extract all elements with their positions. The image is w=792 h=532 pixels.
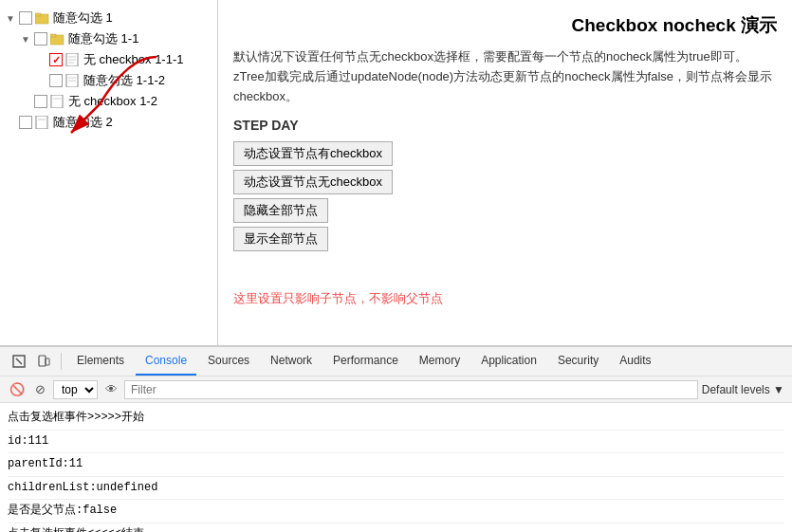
inspect-icon[interactable] — [8, 350, 30, 373]
tab-network[interactable]: Network — [261, 347, 322, 376]
btn-hide-nodes[interactable]: 隐藏全部节点 — [233, 198, 328, 223]
tab-elements[interactable]: Elements — [67, 347, 134, 376]
tab-application[interactable]: Application — [471, 347, 546, 376]
tab-sources[interactable]: Sources — [198, 347, 259, 376]
tree-checkbox-2[interactable] — [19, 116, 32, 129]
console-line-2: parentId:11 — [8, 453, 784, 477]
svg-rect-3 — [50, 34, 56, 37]
step-day-label: STEP DAY — [233, 115, 777, 136]
tree-label-1-2: 无 checkbox 1-2 — [68, 93, 157, 110]
default-levels-dropdown[interactable]: Default levels ▼ — [702, 383, 784, 396]
file-icon-1-1-1 — [65, 53, 81, 66]
tree-label-1-1: 随意勾选 1-1 — [68, 30, 138, 47]
svg-rect-13 — [36, 116, 47, 129]
console-toolbar: 🚫 ⊘ top 👁 Default levels ▼ — [0, 376, 792, 403]
console-area: 🚫 ⊘ top 👁 Default levels ▼ 点击复选框事件>>>>>开… — [0, 376, 792, 532]
file-icon-2 — [35, 116, 50, 129]
tree-node-1-1-1[interactable]: 无 checkbox 1-1-1 — [34, 49, 213, 70]
filter-icon[interactable]: ⊘ — [30, 380, 49, 399]
console-line-3: childrenList:undefined — [8, 477, 784, 501]
svg-rect-18 — [39, 356, 46, 366]
filter-input[interactable] — [124, 380, 698, 399]
svg-line-17 — [16, 358, 22, 364]
console-line-1: id:111 — [8, 431, 784, 454]
tree-node-1[interactable]: ▼ 随意勾选 1 — [4, 8, 213, 28]
svg-rect-11 — [51, 95, 63, 108]
tree-label-2: 随意勾选 2 — [53, 114, 113, 131]
tree-children-1-1: 无 checkbox 1-1-1 随意勾选 1-1-2 — [19, 49, 213, 91]
tree-label-1-1-2: 随意勾选 1-1-2 — [83, 72, 165, 89]
button-group: 动态设置节点有checkbox 动态设置节点无checkbox 隐藏全部节点 显… — [233, 141, 777, 251]
tree-checkbox-1-1[interactable] — [34, 32, 47, 46]
device-icon[interactable] — [32, 350, 55, 373]
console-line-0: 点击复选框事件>>>>>开始 — [8, 407, 784, 431]
tab-memory[interactable]: Memory — [410, 347, 470, 376]
folder-icon-1 — [35, 11, 50, 25]
description-body: 默认情况下设置任何节点无checkbox选择框，需要配置每一个节点的nochec… — [233, 47, 777, 106]
devtools-bar: Elements Console Sources Network Perform… — [0, 346, 792, 376]
tree-label-1: 随意勾选 1 — [53, 9, 113, 27]
btn-show-nodes[interactable]: 显示全部节点 — [233, 227, 328, 251]
tab-performance[interactable]: Performance — [323, 347, 408, 376]
console-line-4: 是否是父节点:false — [8, 500, 784, 523]
folder-icon-1-1 — [50, 32, 65, 46]
main-content: ▼ 随意勾选 1 ▼ 随意勾选 1-1 — [0, 0, 792, 346]
note-text: 这里设置只影响子节点，不影响父节点 — [233, 289, 777, 309]
svg-rect-1 — [35, 13, 41, 16]
tree-toggle-1-1[interactable]: ▼ — [19, 32, 32, 46]
clear-console-icon[interactable]: 🚫 — [8, 380, 27, 399]
btn-add-checkbox[interactable]: 动态设置节点有checkbox — [233, 141, 393, 166]
tab-audits[interactable]: Audits — [610, 347, 660, 376]
page-title: Checkbox nocheck 演示 — [233, 11, 777, 40]
tree-node-1-2[interactable]: 无 checkbox 1-2 — [19, 91, 213, 112]
tree-checkbox-1-1-2[interactable] — [49, 74, 63, 87]
tree-label-1-1-1: 无 checkbox 1-1-1 — [83, 51, 184, 68]
console-line-5: 点击复选框事件<<<<<结束 — [8, 523, 784, 532]
tree-node-2[interactable]: 随意勾选 2 — [4, 112, 213, 133]
tree-checkbox-1-2[interactable] — [34, 95, 47, 108]
sep-1 — [61, 353, 62, 370]
tree-children-1: ▼ 随意勾选 1-1 无 checkbox 1-1-1 — [4, 28, 213, 112]
desc-panel: Checkbox nocheck 演示 默认情况下设置任何节点无checkbox… — [218, 0, 792, 345]
tree-node-1-1-2[interactable]: 随意勾选 1-1-2 — [34, 70, 213, 91]
tab-security[interactable]: Security — [548, 347, 608, 376]
console-output: 点击复选框事件>>>>>开始 id:111 parentId:11 childr… — [0, 403, 792, 532]
tree-node-1-1[interactable]: ▼ 随意勾选 1-1 — [19, 28, 213, 49]
tree-checkbox-1-1-1[interactable] — [49, 53, 63, 66]
context-select[interactable]: top — [53, 380, 98, 399]
tree-checkbox-1[interactable] — [19, 11, 32, 25]
file-icon-1-2 — [50, 95, 65, 108]
eye-icon[interactable]: 👁 — [101, 380, 120, 399]
tree-toggle-1[interactable]: ▼ — [4, 11, 17, 25]
tree-panel: ▼ 随意勾选 1 ▼ 随意勾选 1-1 — [0, 0, 218, 345]
btn-remove-checkbox[interactable]: 动态设置节点无checkbox — [233, 170, 393, 194]
file-icon-1-1-2 — [65, 74, 81, 87]
tab-console[interactable]: Console — [136, 347, 196, 376]
